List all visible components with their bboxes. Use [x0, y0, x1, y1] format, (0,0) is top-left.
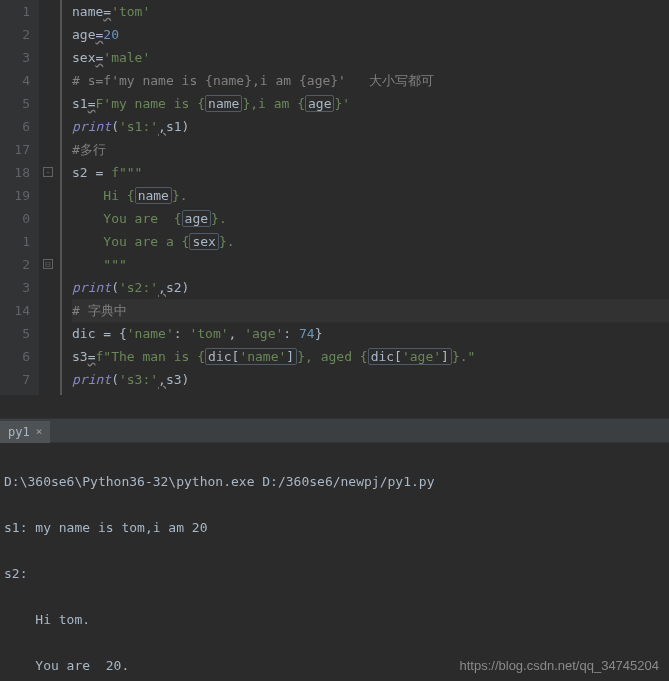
comment: # s=f'my name is {name},i am {age}' 大小写都… [72, 73, 434, 88]
var: sex [72, 50, 95, 65]
string: 's2:' [119, 280, 158, 295]
string: },i am { [242, 96, 305, 111]
comma: , [158, 280, 166, 295]
interp-var: sex [189, 233, 218, 250]
code-line[interactable]: # s=f'my name is {name},i am {age}' 大小写都… [72, 69, 669, 92]
interp-var: age [182, 210, 211, 227]
run-tab-bar: py1 × [0, 419, 669, 443]
code-line[interactable]: name='tom' [72, 0, 669, 23]
string: You are a { [72, 234, 189, 249]
string: Hi { [72, 188, 135, 203]
line-gutter: 1 2 3 4 5 6 17 18 19 0 1 2 3 14 5 6 7 [0, 0, 38, 395]
line-number: 0 [0, 207, 30, 230]
code-line[interactable]: Hi {name}. [72, 184, 669, 207]
paren: ) [182, 280, 190, 295]
string: 'tom' [189, 326, 228, 341]
string: 's1:' [119, 119, 158, 134]
indent-guide [60, 0, 62, 395]
spacer [0, 395, 669, 418]
code-line[interactable]: print('s2:',s2) [72, 276, 669, 299]
string: }." [452, 349, 475, 364]
string: "The man is { [103, 349, 205, 364]
number: 74 [299, 326, 315, 341]
expr: dic[ [371, 349, 402, 364]
var: name [72, 4, 103, 19]
code-line[interactable]: You are {age}. [72, 207, 669, 230]
string: 'my name is { [103, 96, 205, 111]
string: }' [334, 96, 350, 111]
comment: # 字典中 [72, 303, 127, 318]
builtin: print [72, 372, 111, 387]
var: s1 [72, 96, 88, 111]
paren: ( [111, 119, 119, 134]
fold-minus-icon[interactable]: - [43, 167, 53, 177]
fold-close-icon[interactable]: ⊟ [43, 259, 53, 269]
code-line[interactable]: dic = {'name': 'tom', 'age': 74} [72, 322, 669, 345]
code-area[interactable]: name='tom' age=20 sex='male' # s=f'my na… [60, 0, 669, 395]
string: 's3:' [119, 372, 158, 387]
paren: ( [111, 280, 119, 295]
line-number: 6 [0, 345, 30, 368]
line-number: 1 [0, 0, 30, 23]
key: 'name' [239, 349, 286, 364]
string: 'tom' [111, 4, 150, 19]
code-line[interactable]: """ [72, 253, 669, 276]
run-tab[interactable]: py1 × [0, 421, 50, 443]
interp-var: age [305, 95, 334, 112]
builtin: print [72, 119, 111, 134]
paren: ( [111, 372, 119, 387]
line-number: 4 [0, 69, 30, 92]
console-line: s1: my name is tom,i am 20 [4, 516, 665, 539]
string: """ [119, 165, 142, 180]
comma: , [229, 326, 245, 341]
code-line[interactable]: print('s1:',s1) [72, 115, 669, 138]
line-number: 14 [0, 299, 30, 322]
code-line[interactable]: sex='male' [72, 46, 669, 69]
string: You are { [72, 211, 182, 226]
expr: ] [441, 349, 449, 364]
expr: ] [286, 349, 294, 364]
code-line[interactable]: # 字典中 [72, 299, 669, 322]
line-number: 3 [0, 46, 30, 69]
close-icon[interactable]: × [36, 425, 43, 438]
string: 'male' [103, 50, 150, 65]
var: s3 [166, 372, 182, 387]
watermark: https://blog.csdn.net/qq_34745204 [460, 658, 660, 673]
prefix: f [111, 165, 119, 180]
string: }. [211, 211, 227, 226]
console-output[interactable]: D:\360se6\Python36-32\python.exe D:/360s… [0, 443, 669, 681]
key: 'age' [244, 326, 283, 341]
key: 'age' [402, 349, 441, 364]
code-line[interactable]: s3=f"The man is {dic['name']}, aged {dic… [72, 345, 669, 368]
console-line: s2: [4, 562, 665, 585]
run-panel: py1 × D:\360se6\Python36-32\python.exe D… [0, 418, 669, 681]
tab-label: py1 [8, 425, 30, 439]
line-number: 7 [0, 368, 30, 391]
op: = [103, 4, 111, 19]
line-number: 1 [0, 230, 30, 253]
code-editor[interactable]: 1 2 3 4 5 6 17 18 19 0 1 2 3 14 5 6 7 - … [0, 0, 669, 395]
assign: dic = { [72, 326, 127, 341]
console-line: D:\360se6\Python36-32\python.exe D:/360s… [4, 470, 665, 493]
code-line[interactable]: s2 = f""" [72, 161, 669, 184]
string: """ [72, 257, 127, 272]
line-number: 6 [0, 115, 30, 138]
colon: : [174, 326, 190, 341]
string: }. [172, 188, 188, 203]
fold-gutter: - ⊟ [38, 0, 60, 395]
code-line[interactable]: You are a {sex}. [72, 230, 669, 253]
line-number: 2 [0, 253, 30, 276]
code-line[interactable]: age=20 [72, 23, 669, 46]
colon: : [283, 326, 299, 341]
comma: , [158, 372, 166, 387]
code-line[interactable]: s1=F'my name is {name},i am {age}' [72, 92, 669, 115]
paren: ) [182, 372, 190, 387]
code-line[interactable]: #多行 [72, 138, 669, 161]
string: }. [219, 234, 235, 249]
assign: s2 = [72, 165, 111, 180]
line-number: 5 [0, 92, 30, 115]
var: s2 [166, 280, 182, 295]
line-number: 17 [0, 138, 30, 161]
code-line[interactable]: print('s3:',s3) [72, 368, 669, 391]
var: s1 [166, 119, 182, 134]
